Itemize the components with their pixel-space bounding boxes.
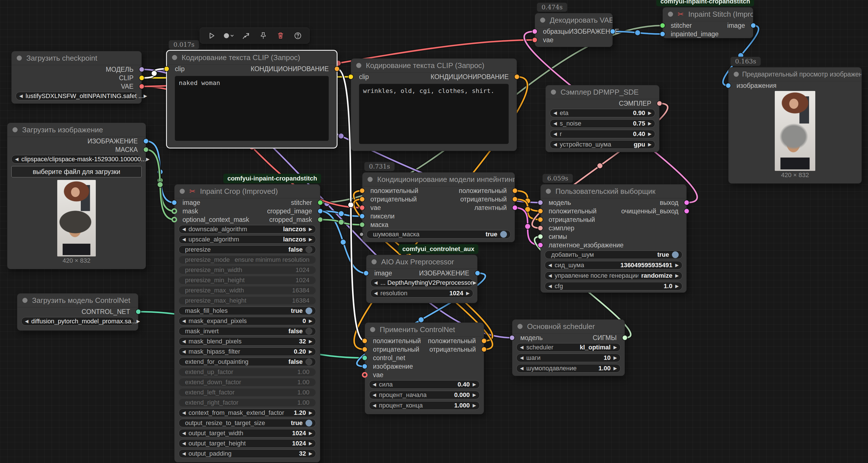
collapse-dot-icon[interactable]: [22, 298, 28, 303]
applycn-input-control_net-port[interactable]: [362, 355, 368, 361]
collapse-dot-icon[interactable]: [370, 327, 375, 332]
cond-input-vae-port[interactable]: [359, 205, 365, 211]
crop-widget-downscale_algorithm[interactable]: ◀downscale_algorithmlanczos▶: [179, 225, 316, 234]
ckpt-output-МОДЕЛЬ-port[interactable]: [139, 67, 145, 72]
crop-widget-extend_up_factor[interactable]: extend_up_factor1.00: [179, 368, 316, 376]
sampler-output-СЭМПЛЕР-port[interactable]: [657, 101, 662, 106]
link-midpoint-dot[interactable]: [418, 317, 424, 323]
ksampler-input-сигмы-port[interactable]: [537, 234, 543, 240]
ckpt-output-CLIP-port[interactable]: [139, 75, 145, 81]
cond-output-отрицательный-port[interactable]: [512, 196, 518, 202]
collapse-dot-icon[interactable]: [518, 324, 523, 329]
clip2-prompt-textarea[interactable]: wrinkles, old, cgi, clothes, shirt.: [359, 84, 509, 144]
ksampler-input-положительный-port[interactable]: [537, 208, 543, 214]
increment-arrow-icon[interactable]: ▶: [309, 237, 312, 242]
increment-arrow-icon[interactable]: ▶: [473, 280, 476, 285]
ckpt-output-VAE-port[interactable]: [139, 84, 145, 89]
toggle-knob-icon[interactable]: [306, 328, 312, 335]
link-midpoint-dot[interactable]: [597, 163, 603, 168]
node-title-bar[interactable]: Применить ControlNet: [365, 323, 484, 337]
decrement-arrow-icon[interactable]: ◀: [182, 410, 186, 415]
crop-input-mask-port[interactable]: [172, 208, 177, 214]
collapse-dot-icon[interactable]: [356, 63, 361, 68]
applycn-widget-сила[interactable]: ◀сила0.40▶: [369, 380, 480, 389]
increment-arrow-icon[interactable]: ▶: [309, 441, 312, 446]
collapse-dot-icon[interactable]: [734, 72, 739, 77]
toggle-knob-icon[interactable]: [672, 251, 679, 258]
link-midpoint-dot[interactable]: [348, 202, 354, 208]
increment-arrow-icon[interactable]: ▶: [309, 319, 312, 323]
help-button[interactable]: [290, 29, 305, 42]
crop-input-image-port[interactable]: [172, 200, 177, 206]
toggle-knob-icon[interactable]: [306, 359, 312, 365]
collapse-dot-icon[interactable]: [180, 189, 185, 194]
sampler-widget-eta[interactable]: ◀eta0.90▶: [550, 109, 655, 117]
node-stitch[interactable]: 0.040scomfyui-inpaint-cropandstitch✂Inpa…: [662, 7, 753, 38]
decrement-arrow-icon[interactable]: ◀: [182, 431, 186, 435]
node-ckpt[interactable]: Загрузить checkpointМОДЕЛЬCLIPVAE◀lustif…: [11, 51, 142, 104]
increment-arrow-icon[interactable]: ▶: [648, 132, 651, 136]
decrement-arrow-icon[interactable]: ◀: [19, 94, 23, 98]
crop-widget-extend_left_factor[interactable]: extend_left_factor1.00: [179, 388, 316, 397]
sched-output-СИГМЫ-port[interactable]: [622, 335, 628, 341]
sampler-widget-устройство_шума[interactable]: ◀устройство_шумаgpu▶: [550, 140, 655, 149]
increment-arrow-icon[interactable]: ▶: [675, 273, 679, 278]
cond-input-пиксели-port[interactable]: [359, 213, 365, 219]
sched-widget-scheduler[interactable]: ◀schedulerkl_optimal▶: [516, 343, 621, 352]
ksampler-widget-управление после генерации[interactable]: ◀управление после генерацииrandomize▶: [545, 272, 682, 280]
sched-input-модель-port[interactable]: [509, 335, 515, 341]
decrement-arrow-icon[interactable]: ◀: [374, 291, 377, 296]
applycn-output-отрицательный-port[interactable]: [481, 346, 487, 352]
node-title-bar[interactable]: Декодировать VAE: [535, 13, 612, 27]
applycn-widget-процент_конца[interactable]: ◀процент_конца1.000▶: [369, 401, 480, 410]
clip2-output-КОНДИЦИОНИРОВАНИЕ-port[interactable]: [514, 74, 520, 80]
link-midpoint-dot[interactable]: [338, 219, 344, 225]
applycn-input-положительный-port[interactable]: [362, 338, 368, 344]
cond-input-положительный-port[interactable]: [359, 188, 365, 193]
node-title-bar[interactable]: ✂Inpaint Stitch (Improved): [663, 7, 753, 21]
decrement-arrow-icon[interactable]: ◀: [182, 452, 186, 456]
cond-output-положительный-port[interactable]: [512, 188, 518, 193]
node-cond[interactable]: 0.731sКондиционирование модели инпейнтин…: [362, 172, 515, 242]
crop-widget-output_resize_to_target_size[interactable]: output_resize_to_target_sizetrue: [179, 419, 316, 427]
loadimg-widget-value[interactable]: ◀clipspace/clipspace-mask-1529300.100000…: [11, 155, 142, 163]
decrement-arrow-icon[interactable]: ◀: [182, 441, 186, 446]
link-midpoint-dot[interactable]: [151, 70, 157, 76]
link-midpoint-dot[interactable]: [338, 211, 344, 216]
collapse-dot-icon[interactable]: [540, 18, 545, 23]
toggle-knob-icon[interactable]: [306, 246, 312, 253]
crop-input-optional_context_mask-port[interactable]: [172, 217, 177, 222]
crop-widget-extend_down_factor[interactable]: extend_down_factor1.00: [179, 378, 316, 387]
crop-output-cropped_image-port[interactable]: [317, 208, 323, 214]
ksampler-widget-добавить_шум[interactable]: добавить_шумtrue: [545, 250, 682, 259]
applycn-input-отрицательный-port[interactable]: [362, 346, 368, 352]
decrement-arrow-icon[interactable]: ◀: [520, 366, 523, 371]
crop-widget-preresize_mode[interactable]: preresize_modeensure minimum resolution: [179, 255, 316, 264]
loadimg-output-МАСКА-port[interactable]: [143, 147, 149, 152]
collapse-dot-icon[interactable]: [17, 56, 22, 61]
collapse-dot-icon[interactable]: [368, 177, 373, 182]
decrement-arrow-icon[interactable]: ◀: [548, 263, 552, 268]
crop-widget-mask_hipass_filter[interactable]: ◀mask_hipass_filter0.20▶: [179, 347, 316, 356]
aio-widget-resolution[interactable]: ◀resolution1024▶: [370, 289, 473, 298]
ksampler-input-отрицательный-port[interactable]: [537, 217, 543, 222]
increment-arrow-icon[interactable]: ▶: [614, 345, 617, 350]
decrement-arrow-icon[interactable]: ◀: [548, 284, 552, 288]
increment-arrow-icon[interactable]: ▶: [309, 410, 312, 415]
sched-widget-шаги[interactable]: ◀шаги10▶: [516, 353, 621, 362]
decrement-arrow-icon[interactable]: ◀: [182, 237, 186, 242]
increment-arrow-icon[interactable]: ▶: [309, 431, 312, 435]
ksampler-input-сэмплер-port[interactable]: [537, 225, 543, 231]
ksampler-widget-cfg[interactable]: ◀cfg1.0▶: [545, 282, 682, 290]
node-aio[interactable]: comfyui_controlnet_auxAIO Aux Preprocess…: [366, 255, 477, 303]
decrement-arrow-icon[interactable]: ◀: [25, 319, 28, 323]
cond-input-маска-port[interactable]: [359, 222, 365, 227]
decode-input-образцы-port[interactable]: [532, 29, 537, 34]
decrement-arrow-icon[interactable]: ◀: [548, 273, 552, 278]
increment-arrow-icon[interactable]: ▶: [309, 227, 312, 232]
crop-widget-output_target_height[interactable]: ◀output_target_height1024▶: [179, 439, 316, 448]
link-midpoint-dot[interactable]: [635, 30, 641, 36]
node-title-bar[interactable]: Пользовательский выборщик: [541, 184, 686, 198]
decode-output-ИЗОБРАЖЕНИЕ-port[interactable]: [610, 29, 616, 34]
link-midpoint-dot[interactable]: [157, 182, 163, 188]
